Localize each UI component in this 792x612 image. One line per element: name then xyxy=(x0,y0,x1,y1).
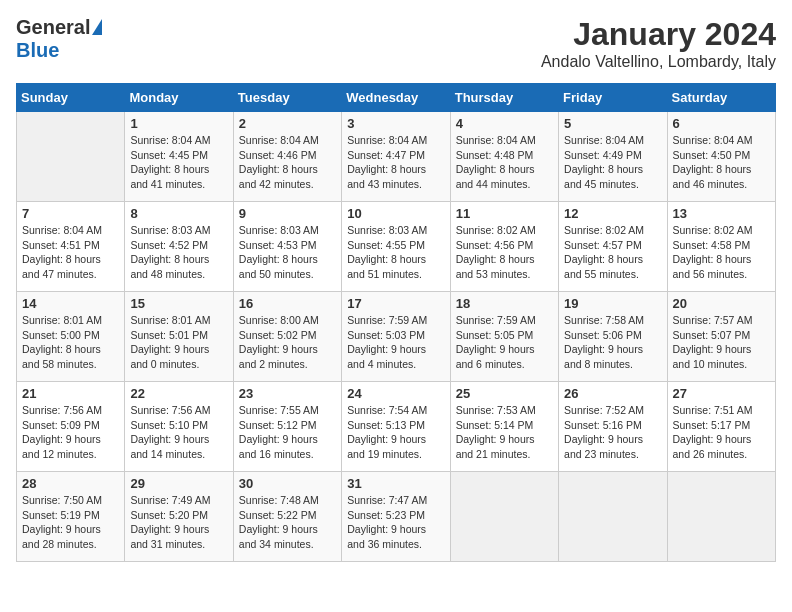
calendar-cell: 29Sunrise: 7:49 AMSunset: 5:20 PMDayligh… xyxy=(125,472,233,562)
day-number: 3 xyxy=(347,116,444,131)
calendar-cell: 28Sunrise: 7:50 AMSunset: 5:19 PMDayligh… xyxy=(17,472,125,562)
day-info: Sunrise: 8:04 AMSunset: 4:51 PMDaylight:… xyxy=(22,223,119,282)
calendar-cell: 1Sunrise: 8:04 AMSunset: 4:45 PMDaylight… xyxy=(125,112,233,202)
page-header: General Blue January 2024 Andalo Valtell… xyxy=(16,16,776,71)
calendar-week-row: 7Sunrise: 8:04 AMSunset: 4:51 PMDaylight… xyxy=(17,202,776,292)
calendar-cell: 10Sunrise: 8:03 AMSunset: 4:55 PMDayligh… xyxy=(342,202,450,292)
calendar-cell: 9Sunrise: 8:03 AMSunset: 4:53 PMDaylight… xyxy=(233,202,341,292)
calendar-cell: 27Sunrise: 7:51 AMSunset: 5:17 PMDayligh… xyxy=(667,382,775,472)
calendar-cell: 2Sunrise: 8:04 AMSunset: 4:46 PMDaylight… xyxy=(233,112,341,202)
day-number: 16 xyxy=(239,296,336,311)
day-info: Sunrise: 7:57 AMSunset: 5:07 PMDaylight:… xyxy=(673,313,770,372)
day-number: 14 xyxy=(22,296,119,311)
day-number: 23 xyxy=(239,386,336,401)
weekday-header: Friday xyxy=(559,84,667,112)
calendar-cell: 7Sunrise: 8:04 AMSunset: 4:51 PMDaylight… xyxy=(17,202,125,292)
day-number: 10 xyxy=(347,206,444,221)
day-number: 19 xyxy=(564,296,661,311)
day-number: 5 xyxy=(564,116,661,131)
calendar-week-row: 14Sunrise: 8:01 AMSunset: 5:00 PMDayligh… xyxy=(17,292,776,382)
day-number: 31 xyxy=(347,476,444,491)
calendar-cell: 3Sunrise: 8:04 AMSunset: 4:47 PMDaylight… xyxy=(342,112,450,202)
day-info: Sunrise: 8:01 AMSunset: 5:00 PMDaylight:… xyxy=(22,313,119,372)
calendar-cell: 11Sunrise: 8:02 AMSunset: 4:56 PMDayligh… xyxy=(450,202,558,292)
day-info: Sunrise: 7:47 AMSunset: 5:23 PMDaylight:… xyxy=(347,493,444,552)
logo: General Blue xyxy=(16,16,102,62)
calendar-cell xyxy=(17,112,125,202)
calendar-week-row: 1Sunrise: 8:04 AMSunset: 4:45 PMDaylight… xyxy=(17,112,776,202)
calendar-cell: 22Sunrise: 7:56 AMSunset: 5:10 PMDayligh… xyxy=(125,382,233,472)
calendar-cell: 6Sunrise: 8:04 AMSunset: 4:50 PMDaylight… xyxy=(667,112,775,202)
calendar-body: 1Sunrise: 8:04 AMSunset: 4:45 PMDaylight… xyxy=(17,112,776,562)
day-number: 27 xyxy=(673,386,770,401)
title-block: January 2024 Andalo Valtellino, Lombardy… xyxy=(541,16,776,71)
day-number: 4 xyxy=(456,116,553,131)
calendar-cell xyxy=(667,472,775,562)
day-number: 29 xyxy=(130,476,227,491)
calendar-cell: 4Sunrise: 8:04 AMSunset: 4:48 PMDaylight… xyxy=(450,112,558,202)
day-info: Sunrise: 7:49 AMSunset: 5:20 PMDaylight:… xyxy=(130,493,227,552)
calendar-cell: 12Sunrise: 8:02 AMSunset: 4:57 PMDayligh… xyxy=(559,202,667,292)
day-number: 1 xyxy=(130,116,227,131)
weekday-row: SundayMondayTuesdayWednesdayThursdayFrid… xyxy=(17,84,776,112)
day-info: Sunrise: 7:56 AMSunset: 5:10 PMDaylight:… xyxy=(130,403,227,462)
location-text: Andalo Valtellino, Lombardy, Italy xyxy=(541,53,776,71)
day-info: Sunrise: 7:53 AMSunset: 5:14 PMDaylight:… xyxy=(456,403,553,462)
day-number: 15 xyxy=(130,296,227,311)
calendar-cell: 5Sunrise: 8:04 AMSunset: 4:49 PMDaylight… xyxy=(559,112,667,202)
day-number: 26 xyxy=(564,386,661,401)
day-info: Sunrise: 8:03 AMSunset: 4:53 PMDaylight:… xyxy=(239,223,336,282)
day-number: 12 xyxy=(564,206,661,221)
calendar-cell: 23Sunrise: 7:55 AMSunset: 5:12 PMDayligh… xyxy=(233,382,341,472)
day-number: 21 xyxy=(22,386,119,401)
calendar-cell: 19Sunrise: 7:58 AMSunset: 5:06 PMDayligh… xyxy=(559,292,667,382)
calendar-cell: 31Sunrise: 7:47 AMSunset: 5:23 PMDayligh… xyxy=(342,472,450,562)
day-number: 11 xyxy=(456,206,553,221)
day-info: Sunrise: 8:03 AMSunset: 4:52 PMDaylight:… xyxy=(130,223,227,282)
calendar-cell: 24Sunrise: 7:54 AMSunset: 5:13 PMDayligh… xyxy=(342,382,450,472)
calendar-cell: 8Sunrise: 8:03 AMSunset: 4:52 PMDaylight… xyxy=(125,202,233,292)
day-number: 8 xyxy=(130,206,227,221)
day-info: Sunrise: 8:04 AMSunset: 4:45 PMDaylight:… xyxy=(130,133,227,192)
calendar-cell: 26Sunrise: 7:52 AMSunset: 5:16 PMDayligh… xyxy=(559,382,667,472)
day-info: Sunrise: 7:54 AMSunset: 5:13 PMDaylight:… xyxy=(347,403,444,462)
calendar-week-row: 28Sunrise: 7:50 AMSunset: 5:19 PMDayligh… xyxy=(17,472,776,562)
day-info: Sunrise: 8:04 AMSunset: 4:47 PMDaylight:… xyxy=(347,133,444,192)
calendar-table: SundayMondayTuesdayWednesdayThursdayFrid… xyxy=(16,83,776,562)
calendar-cell: 13Sunrise: 8:02 AMSunset: 4:58 PMDayligh… xyxy=(667,202,775,292)
day-info: Sunrise: 8:00 AMSunset: 5:02 PMDaylight:… xyxy=(239,313,336,372)
calendar-week-row: 21Sunrise: 7:56 AMSunset: 5:09 PMDayligh… xyxy=(17,382,776,472)
day-number: 17 xyxy=(347,296,444,311)
day-info: Sunrise: 8:04 AMSunset: 4:50 PMDaylight:… xyxy=(673,133,770,192)
day-number: 2 xyxy=(239,116,336,131)
day-number: 18 xyxy=(456,296,553,311)
weekday-header: Tuesday xyxy=(233,84,341,112)
weekday-header: Monday xyxy=(125,84,233,112)
day-info: Sunrise: 8:01 AMSunset: 5:01 PMDaylight:… xyxy=(130,313,227,372)
weekday-header: Wednesday xyxy=(342,84,450,112)
day-number: 30 xyxy=(239,476,336,491)
calendar-cell: 20Sunrise: 7:57 AMSunset: 5:07 PMDayligh… xyxy=(667,292,775,382)
day-number: 6 xyxy=(673,116,770,131)
day-info: Sunrise: 7:58 AMSunset: 5:06 PMDaylight:… xyxy=(564,313,661,372)
day-number: 28 xyxy=(22,476,119,491)
weekday-header: Thursday xyxy=(450,84,558,112)
calendar-cell: 21Sunrise: 7:56 AMSunset: 5:09 PMDayligh… xyxy=(17,382,125,472)
day-info: Sunrise: 8:03 AMSunset: 4:55 PMDaylight:… xyxy=(347,223,444,282)
calendar-cell: 15Sunrise: 8:01 AMSunset: 5:01 PMDayligh… xyxy=(125,292,233,382)
logo-general-text: General xyxy=(16,16,90,39)
day-info: Sunrise: 8:02 AMSunset: 4:57 PMDaylight:… xyxy=(564,223,661,282)
calendar-header: SundayMondayTuesdayWednesdayThursdayFrid… xyxy=(17,84,776,112)
day-number: 25 xyxy=(456,386,553,401)
day-number: 20 xyxy=(673,296,770,311)
day-info: Sunrise: 8:02 AMSunset: 4:56 PMDaylight:… xyxy=(456,223,553,282)
calendar-cell xyxy=(559,472,667,562)
day-info: Sunrise: 7:56 AMSunset: 5:09 PMDaylight:… xyxy=(22,403,119,462)
calendar-cell: 18Sunrise: 7:59 AMSunset: 5:05 PMDayligh… xyxy=(450,292,558,382)
day-info: Sunrise: 8:04 AMSunset: 4:49 PMDaylight:… xyxy=(564,133,661,192)
day-info: Sunrise: 8:04 AMSunset: 4:46 PMDaylight:… xyxy=(239,133,336,192)
day-info: Sunrise: 8:02 AMSunset: 4:58 PMDaylight:… xyxy=(673,223,770,282)
logo-blue-text: Blue xyxy=(16,39,59,61)
day-info: Sunrise: 7:52 AMSunset: 5:16 PMDaylight:… xyxy=(564,403,661,462)
calendar-cell: 14Sunrise: 8:01 AMSunset: 5:00 PMDayligh… xyxy=(17,292,125,382)
